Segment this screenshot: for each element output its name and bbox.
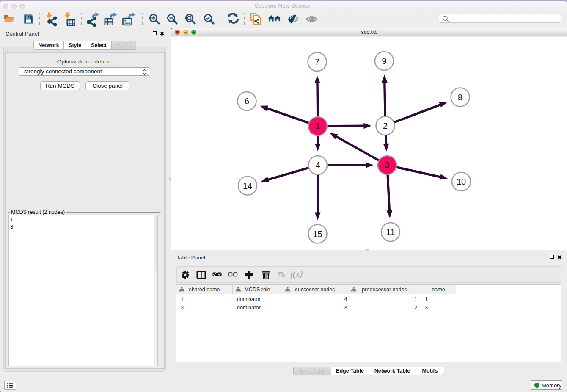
- svg-text:10: 10: [457, 177, 466, 186]
- svg-text:4: 4: [315, 160, 320, 170]
- svg-text:2: 2: [383, 121, 388, 130]
- svg-text:7: 7: [315, 57, 319, 66]
- svg-text:9: 9: [382, 56, 386, 66]
- svg-text:14: 14: [243, 181, 252, 190]
- svg-text:1: 1: [315, 121, 320, 131]
- svg-text:11: 11: [386, 227, 395, 237]
- svg-text:15: 15: [313, 229, 322, 239]
- svg-text:3: 3: [385, 160, 389, 170]
- svg-text:6: 6: [245, 97, 249, 106]
- svg-text:8: 8: [458, 93, 462, 102]
